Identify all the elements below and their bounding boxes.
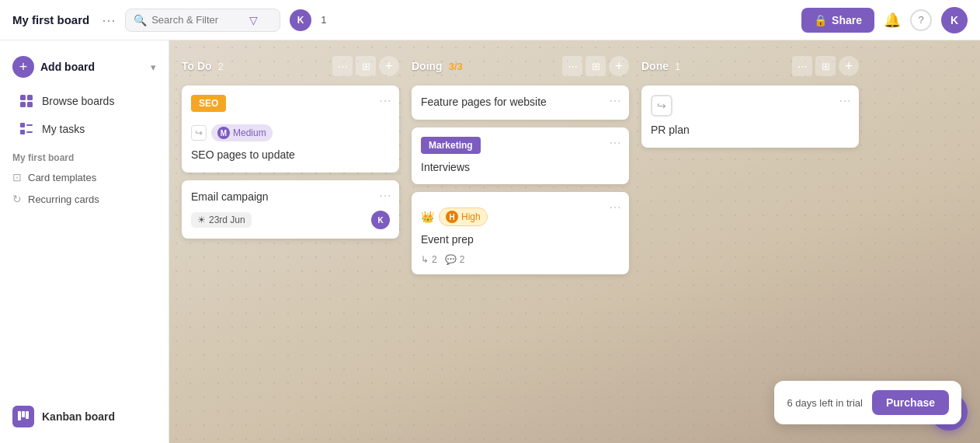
card-email[interactable]: ⋯ Email campaign ☀ 23rd Jun K bbox=[182, 180, 399, 239]
redirect-icon: ↪ bbox=[191, 125, 207, 141]
card-seo-title: SEO pages to update bbox=[191, 148, 390, 163]
user-avatar-small[interactable]: K bbox=[290, 9, 311, 31]
search-bar[interactable]: 🔍 ▽ bbox=[125, 9, 280, 32]
svg-rect-1 bbox=[27, 95, 33, 100]
svg-rect-4 bbox=[20, 123, 25, 127]
column-doing-view-button[interactable]: ⊞ bbox=[586, 56, 606, 76]
column-done-add-button[interactable]: + bbox=[839, 56, 859, 76]
column-doing: Doing 3/3 ⋯ ⊞ + ⋯ Feature pages for webs… bbox=[412, 56, 629, 427]
comments-stat: 💬 2 bbox=[445, 254, 465, 265]
card-email-menu[interactable]: ⋯ bbox=[379, 188, 391, 203]
sun-icon: ☀ bbox=[197, 215, 206, 225]
notification-count: 1 bbox=[321, 14, 326, 26]
column-todo-add-button[interactable]: + bbox=[379, 56, 399, 76]
sidebar-section-title: My first board bbox=[0, 143, 169, 166]
card-seo[interactable]: ⋯ SEO ↪ M Medium SEO pages to update bbox=[182, 85, 399, 173]
card-email-avatar: K bbox=[371, 211, 390, 229]
card-pr-menu[interactable]: ⋯ bbox=[839, 93, 851, 108]
comment-icon: 💬 bbox=[445, 254, 457, 265]
sidebar-item-browse[interactable]: Browse boards bbox=[6, 87, 162, 115]
svg-rect-8 bbox=[18, 411, 21, 420]
card-templates-label: Card templates bbox=[28, 172, 96, 183]
add-board-button[interactable]: + Add board ▾ bbox=[0, 50, 169, 84]
card-marketing-body: Interviews bbox=[421, 160, 620, 176]
column-done-view-button[interactable]: ⊞ bbox=[815, 56, 836, 76]
column-doing-add-button[interactable]: + bbox=[609, 56, 629, 76]
column-todo-header: To Do 2 ⋯ ⊞ + bbox=[182, 56, 399, 76]
recurring-cards-item[interactable]: ↻ Recurring cards bbox=[0, 188, 169, 210]
recurring-icon: ↻ bbox=[12, 193, 22, 205]
my-tasks-label: My tasks bbox=[42, 123, 85, 135]
high-icon: H bbox=[446, 211, 458, 223]
svg-rect-0 bbox=[20, 95, 26, 100]
svg-rect-7 bbox=[26, 131, 33, 133]
column-todo-title: To Do bbox=[182, 60, 212, 72]
board-area: To Do 2 ⋯ ⊞ + ⋯ SEO ↪ M bbox=[169, 40, 980, 443]
main-layout: + Add board ▾ Browse boards My tasks My … bbox=[0, 40, 980, 443]
column-done-menu-button[interactable]: ⋯ bbox=[792, 56, 812, 76]
card-email-date: ☀ 23rd Jun bbox=[191, 212, 252, 228]
lock-icon: 🔒 bbox=[814, 14, 827, 26]
filter-icon[interactable]: ▽ bbox=[249, 14, 258, 26]
column-doing-menu-button[interactable]: ⋯ bbox=[562, 56, 582, 76]
card-seo-menu[interactable]: ⋯ bbox=[379, 93, 391, 108]
card-feature-menu[interactable]: ⋯ bbox=[609, 93, 621, 108]
kanban-label: Kanban board bbox=[42, 410, 115, 423]
column-done-header: Done 1 ⋯ ⊞ + bbox=[641, 56, 859, 76]
card-event-stats: ↳ 2 💬 2 bbox=[421, 254, 620, 265]
add-icon: + bbox=[12, 56, 34, 78]
column-done-count: 1 bbox=[675, 61, 680, 72]
card-seo-tag: SEO bbox=[191, 95, 226, 112]
column-done-actions: ⋯ ⊞ + bbox=[792, 56, 859, 76]
card-templates-item[interactable]: ⊡ Card templates bbox=[0, 166, 169, 188]
column-todo-actions: ⋯ ⊞ + bbox=[332, 56, 399, 76]
card-event-menu[interactable]: ⋯ bbox=[609, 200, 621, 215]
subtask-icon: ↳ bbox=[421, 254, 429, 265]
card-marketing-menu[interactable]: ⋯ bbox=[609, 135, 621, 150]
card-event-badges: 👑 H High bbox=[421, 208, 620, 226]
recurring-cards-label: Recurring cards bbox=[28, 194, 99, 205]
card-marketing-tag: Marketing bbox=[421, 137, 481, 154]
user-avatar-large[interactable]: K bbox=[941, 7, 968, 33]
card-marketing[interactable]: ⋯ Marketing Interviews bbox=[412, 127, 629, 185]
svg-rect-6 bbox=[26, 124, 33, 126]
card-pr-title: PR plan bbox=[651, 123, 850, 138]
trial-text: 6 days left in trial bbox=[787, 397, 863, 409]
card-seo-badges: ↪ M Medium bbox=[191, 124, 390, 141]
search-input[interactable] bbox=[151, 14, 245, 26]
chevron-down-icon: ▾ bbox=[151, 61, 156, 73]
sidebar-item-tasks[interactable]: My tasks bbox=[6, 115, 162, 143]
sidebar: + Add board ▾ Browse boards My tasks My … bbox=[0, 40, 169, 443]
subtasks-stat: ↳ 2 bbox=[421, 254, 437, 265]
column-todo-menu-button[interactable]: ⋯ bbox=[332, 56, 353, 76]
tasks-icon bbox=[19, 121, 34, 137]
board-menu-icon[interactable]: ⋯ bbox=[102, 12, 116, 29]
badge-high: H High bbox=[439, 208, 488, 226]
search-icon: 🔍 bbox=[134, 14, 147, 26]
card-email-footer: ☀ 23rd Jun K bbox=[191, 211, 390, 229]
kanban-icon bbox=[12, 406, 34, 427]
browse-icon bbox=[19, 93, 34, 109]
kanban-board-button[interactable]: Kanban board bbox=[0, 399, 169, 434]
svg-rect-10 bbox=[26, 411, 29, 419]
column-doing-header: Doing 3/3 ⋯ ⊞ + bbox=[412, 56, 629, 76]
badge-medium: M Medium bbox=[211, 124, 273, 141]
purchase-button[interactable]: Purchase bbox=[872, 390, 949, 415]
medium-icon: M bbox=[217, 127, 230, 139]
column-todo-view-button[interactable]: ⊞ bbox=[356, 56, 376, 76]
column-todo-count: 2 bbox=[218, 61, 224, 72]
card-event-title: Event prep bbox=[421, 232, 620, 248]
share-button[interactable]: 🔒 Share bbox=[801, 8, 874, 33]
card-feature[interactable]: ⋯ Feature pages for website bbox=[412, 85, 629, 120]
help-icon[interactable]: ? bbox=[910, 9, 932, 31]
card-pr[interactable]: ⋯ ↪ PR plan bbox=[641, 85, 859, 148]
card-feature-title: Feature pages for website bbox=[421, 95, 620, 110]
notifications-icon[interactable]: 🔔 bbox=[884, 12, 901, 29]
board-title: My first board bbox=[12, 13, 89, 26]
column-doing-actions: ⋯ ⊞ + bbox=[562, 56, 629, 76]
column-done-title: Done bbox=[641, 60, 669, 72]
svg-rect-9 bbox=[22, 411, 25, 417]
card-event[interactable]: ⋯ 👑 H High Event prep ↳ 2 bbox=[412, 192, 629, 274]
column-doing-count: 3/3 bbox=[449, 61, 463, 72]
topbar: My first board ⋯ 🔍 ▽ K 1 🔒 Share 🔔 ? K bbox=[0, 0, 980, 40]
